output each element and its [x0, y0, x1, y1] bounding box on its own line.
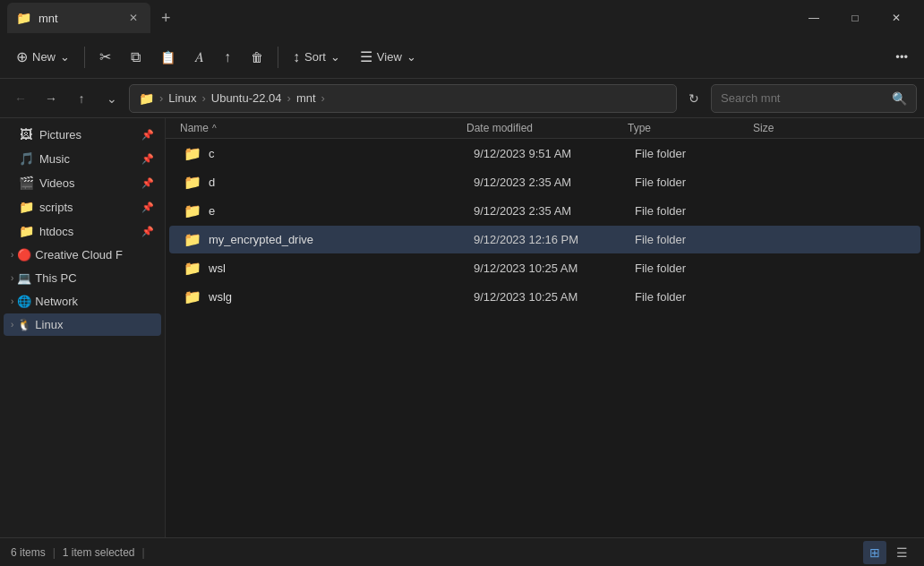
- delete-button[interactable]: 🗑: [242, 45, 272, 70]
- scripts-icon: 📁: [18, 200, 34, 214]
- sidebar-label-network: Network: [35, 295, 78, 308]
- sidebar-item-htdocs[interactable]: 📁 htdocs 📌: [4, 219, 161, 243]
- file-type: File folder: [635, 233, 760, 246]
- toolbar-separator-1: [84, 47, 85, 68]
- sidebar-group-linux[interactable]: › 🐧 Linux: [4, 313, 161, 336]
- status-separator-2: |: [142, 546, 145, 559]
- file-name: my_encrypted_drive: [209, 233, 474, 246]
- folder-icon: 📁: [184, 288, 201, 305]
- sidebar-group-this-pc[interactable]: › 💻 This PC: [4, 267, 161, 289]
- linux-icon: 🐧: [17, 318, 31, 331]
- sidebar-item-videos[interactable]: 🎬 Videos 📌: [4, 171, 161, 194]
- up-button[interactable]: ↑: [68, 85, 95, 112]
- file-type: File folder: [635, 290, 760, 304]
- sidebar-group-network[interactable]: › 🌐 Network: [4, 290, 161, 313]
- column-type[interactable]: Type: [628, 122, 753, 134]
- grid-view-button[interactable]: ⊞: [863, 541, 886, 564]
- search-input[interactable]: [721, 91, 886, 105]
- share-icon: ↑: [224, 49, 231, 65]
- new-icon: ⊕: [16, 48, 28, 65]
- more-button[interactable]: •••: [886, 45, 917, 69]
- minimize-button[interactable]: —: [793, 0, 834, 36]
- breadcrumb-sep-4: ›: [321, 91, 325, 105]
- sort-button[interactable]: ↕ Sort ⌄: [284, 44, 349, 71]
- breadcrumb-sep-2: ›: [201, 91, 205, 105]
- file-name: d: [209, 176, 474, 189]
- file-area: Name ^ Date modified Type Size 📁 c 9/12/…: [166, 118, 924, 537]
- refresh-button[interactable]: ↻: [680, 85, 707, 112]
- sidebar-item-music[interactable]: 🎵 Music 📌: [4, 147, 161, 170]
- toolbar: ⊕ New ⌄ ✂ ⧉ 📋 𝐴 ↑ 🗑 ↕ Sort ⌄ ☰ View ⌄ ••…: [0, 36, 924, 79]
- rename-icon: 𝐴: [195, 49, 204, 65]
- breadcrumb-mnt[interactable]: mnt: [296, 91, 316, 105]
- table-row[interactable]: 📁 my_encrypted_drive 9/12/2023 12:16 PM …: [169, 226, 920, 253]
- breadcrumb-folder-icon: 📁: [139, 91, 154, 106]
- breadcrumb-sep-3: ›: [287, 91, 291, 105]
- table-row[interactable]: 📁 e 9/12/2023 2:35 AM File folder: [169, 197, 920, 225]
- sort-label: Sort: [304, 50, 326, 64]
- htdocs-icon: 📁: [18, 224, 34, 238]
- sidebar-label-creative-cloud: Creative Cloud F: [35, 248, 123, 262]
- copy-icon: ⧉: [131, 49, 141, 65]
- music-icon: 🎵: [18, 151, 34, 166]
- pictures-icon: 🖼: [18, 127, 34, 142]
- new-label: New: [32, 50, 56, 64]
- folder-icon: 📁: [184, 260, 201, 277]
- cut-button[interactable]: ✂: [90, 43, 120, 71]
- folder-icon: 📁: [184, 174, 201, 191]
- back-button[interactable]: ←: [7, 85, 34, 112]
- view-button[interactable]: ☰ View ⌄: [351, 43, 425, 71]
- breadcrumb[interactable]: 📁 › Linux › Ubuntu-22.04 › mnt ›: [129, 84, 677, 113]
- sidebar-group-creative-cloud[interactable]: › 🔴 Creative Cloud F: [4, 244, 161, 266]
- list-view-button[interactable]: ☰: [890, 541, 913, 564]
- column-size[interactable]: Size: [753, 122, 843, 134]
- recent-locations-button[interactable]: ⌄: [98, 85, 125, 112]
- sidebar-item-pictures[interactable]: 🖼 Pictures 📌: [4, 123, 161, 146]
- rename-button[interactable]: 𝐴: [186, 44, 213, 71]
- table-row[interactable]: 📁 wsl 9/12/2023 10:25 AM File folder: [169, 254, 920, 282]
- copy-button[interactable]: ⧉: [122, 44, 150, 71]
- folder-icon: 📁: [184, 231, 201, 248]
- sort-icon: ↕: [293, 49, 300, 65]
- table-row[interactable]: 📁 c 9/12/2023 9:51 AM File folder: [169, 140, 920, 167]
- column-name[interactable]: Name ^: [180, 122, 466, 134]
- this-pc-icon: 💻: [17, 271, 31, 285]
- column-date[interactable]: Date modified: [466, 122, 628, 134]
- close-button[interactable]: ✕: [876, 0, 917, 36]
- file-name: wsl: [209, 262, 474, 275]
- forward-button[interactable]: →: [38, 85, 64, 112]
- file-name: c: [209, 147, 474, 160]
- pin-icon-scripts: 📌: [141, 202, 154, 213]
- file-date: 9/12/2023 10:25 AM: [474, 290, 635, 304]
- breadcrumb-linux[interactable]: Linux: [168, 91, 196, 105]
- tab-close-button[interactable]: ✕: [125, 10, 141, 26]
- file-name: wslg: [209, 290, 474, 304]
- tab-folder-icon: 📁: [16, 11, 31, 25]
- view-label: View: [377, 50, 402, 64]
- table-row[interactable]: 📁 d 9/12/2023 2:35 AM File folder: [169, 168, 920, 196]
- search-box[interactable]: 🔍: [711, 84, 917, 113]
- paste-button[interactable]: 📋: [151, 45, 184, 70]
- folder-icon: 📁: [184, 202, 201, 219]
- view-icon: ☰: [360, 48, 372, 65]
- status-separator-1: |: [53, 546, 56, 559]
- maximize-button[interactable]: □: [834, 0, 876, 36]
- sidebar-item-label-videos: Videos: [39, 176, 136, 190]
- delete-icon: 🗑: [251, 50, 263, 64]
- share-button[interactable]: ↑: [215, 44, 240, 71]
- new-button[interactable]: ⊕ New ⌄: [7, 43, 79, 71]
- file-type: File folder: [635, 204, 760, 218]
- breadcrumb-ubuntu[interactable]: Ubuntu-22.04: [211, 91, 282, 105]
- sort-chevron-icon: ⌄: [330, 50, 340, 64]
- selected-count: 1 item selected: [63, 546, 135, 559]
- file-date: 9/12/2023 12:16 PM: [474, 233, 635, 246]
- new-tab-button[interactable]: +: [154, 9, 178, 28]
- tab[interactable]: 📁 mnt ✕: [7, 3, 150, 33]
- file-type: File folder: [635, 262, 760, 275]
- pin-icon-htdocs: 📌: [141, 226, 154, 237]
- sidebar-item-scripts[interactable]: 📁 scripts 📌: [4, 195, 161, 219]
- file-type: File folder: [635, 147, 760, 160]
- chevron-linux-icon: ›: [11, 320, 13, 330]
- table-row[interactable]: 📁 wslg 9/12/2023 10:25 AM File folder: [169, 283, 920, 311]
- chevron-creative-cloud-icon: ›: [11, 250, 13, 260]
